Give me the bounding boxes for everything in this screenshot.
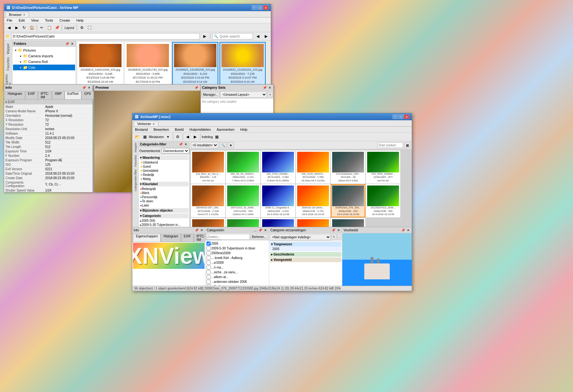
- sw-menu-bewerken[interactable]: Bewerken: [152, 127, 170, 132]
- sw-tb-left[interactable]: ◀: [184, 133, 191, 140]
- expand-camera-roll[interactable]: ▸: [19, 60, 23, 64]
- tab-iptciim[interactable]: IPTC-IIM: [38, 91, 52, 99]
- browser-tab[interactable]: Browser ✕: [5, 12, 29, 17]
- minimize-button[interactable]: ─: [252, 5, 257, 10]
- thumb-item-1[interactable]: 20180818_011051740_iOS.jpg 4032x3024 - 5…: [125, 42, 171, 86]
- cut-button[interactable]: ✂: [38, 24, 45, 31]
- sw-catsets-pin[interactable]: 📌: [331, 228, 336, 232]
- search-input[interactable]: [220, 34, 251, 38]
- sw-cat-cb-siche[interactable]: [206, 270, 211, 274]
- cat-filter-pin[interactable]: 📌: [178, 142, 183, 146]
- sw-cat-cb-2005[interactable]: [206, 242, 211, 246]
- cat-item-matig[interactable]: ★ Matig: [139, 177, 189, 181]
- expand-pictures[interactable]: ▾: [14, 48, 17, 52]
- catsets-close-btn[interactable]: ✕: [268, 85, 272, 90]
- sidebar-favorites-label[interactable]: Favorites: [6, 56, 10, 72]
- sw-preview-close[interactable]: ✕: [406, 228, 410, 232]
- cat-item-te-doen[interactable]: ● Te doen: [139, 199, 189, 203]
- folders-pin-btn[interactable]: 📌: [65, 41, 69, 46]
- sw-cat-cb-kreek[interactable]: [206, 256, 211, 260]
- cat-item-belangrijk[interactable]: ● Belangrijk: [139, 187, 189, 191]
- tab-histogram[interactable]: Histogram: [5, 91, 25, 99]
- sw-tb-right[interactable]: ▶: [192, 133, 199, 140]
- sw-cat-search-input[interactable]: [206, 234, 250, 240]
- sw-sidebar-categories[interactable]: Categorieën-filter: [134, 168, 137, 192]
- sw-cat-more[interactable]: ...: [253, 228, 257, 232]
- cat-item-2005[interactable]: ▸ 2005 (56): [139, 219, 189, 223]
- sw-tb-open[interactable]: 📂: [134, 133, 141, 140]
- cat-item-redelijk[interactable]: ★ Redelijk: [139, 173, 189, 177]
- back-button[interactable]: ◀: [5, 24, 12, 31]
- cat-item-gemiddeld[interactable]: ★ Gemiddeld: [139, 169, 189, 173]
- cat-item-werk[interactable]: ● Werk: [139, 191, 189, 195]
- cat-filter-close[interactable]: ✕: [184, 142, 188, 146]
- tab-exif[interactable]: EXIF: [25, 91, 38, 99]
- results-search-btn[interactable]: 🔍: [220, 142, 227, 148]
- sw-cat-cb-ardennen[interactable]: [206, 280, 211, 284]
- menu-file[interactable]: File: [5, 18, 14, 23]
- menu-help[interactable]: Help: [75, 18, 85, 23]
- r-thumb-8[interactable]: 2008-11_Oeganda-4... 1600x1200 - 4.343 1…: [261, 184, 295, 217]
- sw-menu-help[interactable]: Help: [239, 127, 249, 132]
- expand-cats[interactable]: ▸: [19, 66, 23, 69]
- nav-back-btn[interactable]: ◀: [254, 33, 261, 40]
- fullscreen-button[interactable]: ⛶: [86, 24, 93, 31]
- thumb-item-3[interactable]: 20180823_131502251_iOS.jpg 4032x3024 - 7…: [220, 42, 266, 86]
- refresh-button[interactable]: ↻: [21, 24, 28, 31]
- second-close-btn[interactable]: ✕: [404, 115, 409, 119]
- tree-item-camera-imports[interactable]: ▸ 📁 Camera imports: [13, 53, 75, 59]
- results-view-btn[interactable]: ▦: [404, 142, 410, 148]
- address-input[interactable]: [11, 33, 200, 39]
- thumb-item-0[interactable]: 20180813_144313249_iOS.jpg 4032x3024 - 6…: [77, 42, 123, 86]
- catsets-add-btn[interactable]: +: [268, 92, 273, 97]
- sw-tb-drop[interactable]: ▾: [164, 133, 171, 140]
- results-filter-select[interactable]: <0 resultaten>: [191, 142, 218, 148]
- cat-item-tulpenboom[interactable]: ▸ 2009-5-30 Tulpenboom in...: [139, 223, 189, 227]
- home-button[interactable]: 🏠: [28, 24, 35, 31]
- sw-catsets-minus-btn[interactable]: -: [337, 234, 341, 240]
- r-thumb-9[interactable]: 2009-02-18-16r43... 2848x2136 - 2.791 19…: [296, 184, 330, 217]
- menu-tools[interactable]: Tools: [44, 18, 54, 23]
- sw-info-pin[interactable]: 📌: [194, 228, 199, 232]
- maximize-button[interactable]: □: [257, 5, 262, 10]
- r-thumb-0[interactable]: 1cd_fleur_an_het_k... 600x551 - 119 mm f…: [191, 150, 225, 184]
- sw-cat-cb-2009e[interactable]: [206, 261, 211, 265]
- sw-catsets-layout-select[interactable]: <Niet opgeslagen Indeling>: [270, 234, 331, 240]
- cat-item-goed[interactable]: ★ Goed: [139, 164, 189, 169]
- cat-item-uitstekend[interactable]: ★ Uitstekend: [139, 160, 189, 164]
- r-thumb-3[interactable]: 100_4129_200974... 3072x2048 - 1.550 19.…: [296, 150, 330, 184]
- r-thumb-12[interactable]: 363_Zonsonderg... 2456x2304 - 2.415 21-9…: [191, 218, 225, 227]
- sw-menu-beeld[interactable]: Beeld: [173, 127, 185, 132]
- sw-preview-pin[interactable]: 📌: [401, 228, 405, 232]
- sw-cat-pin[interactable]: 📌: [258, 228, 262, 232]
- paste-button[interactable]: 📌: [53, 24, 60, 31]
- menu-edit[interactable]: Edit: [17, 18, 26, 23]
- r-thumb-4[interactable]: 119-huiskamer_200... 267x400 - 39 18mm f…: [331, 150, 365, 184]
- forward-button[interactable]: ▶: [13, 24, 20, 31]
- sw-cat-cb-rima[interactable]: [206, 265, 211, 270]
- tab-exiftool[interactable]: ExifTool: [65, 91, 81, 99]
- tab-gps[interactable]: GPS: [81, 91, 94, 99]
- r-thumb-16[interactable]: Afbeelding_063_... 3072x2304 - 3.652 31-…: [331, 218, 365, 227]
- results-quick-search[interactable]: [378, 142, 403, 148]
- sw-tb-miniatures[interactable]: ▦: [141, 133, 148, 140]
- sw-cat-cb-2009mei[interactable]: [206, 251, 211, 255]
- browser-tab-close[interactable]: ✕: [23, 13, 25, 17]
- sw-tb-filter[interactable]: ⚙: [174, 133, 181, 140]
- copy-button[interactable]: 📋: [46, 24, 53, 31]
- tree-item-pictures[interactable]: ▾ 📁 Pictures: [13, 47, 75, 53]
- second-minimize-btn[interactable]: ─: [393, 115, 398, 119]
- sw-info-close[interactable]: ✕: [199, 228, 204, 232]
- cat-item-persoonlijk[interactable]: ● Persoonlijk: [139, 195, 189, 199]
- sw-catsets-add-btn[interactable]: +: [332, 234, 337, 240]
- tree-item-camera-roll[interactable]: ▸ 📁 Camera Roll: [13, 59, 75, 65]
- r-thumb-1[interactable]: 092_92_00_200972... 2560x1920 - 2.131 7.…: [226, 150, 260, 184]
- sw-menu-bestand[interactable]: Bestand: [134, 127, 149, 132]
- verkener-tab[interactable]: Verkener ✕: [134, 121, 158, 126]
- r-thumb-14[interactable]: 6-11-2007 12:00 ... 20-10-2007 12:00: [261, 218, 295, 227]
- r-thumb-6[interactable]: 20040410-007_200... 3072x2048 - 2.348 21…: [191, 184, 225, 217]
- close-button[interactable]: ✕: [263, 5, 268, 10]
- info-pin-btn[interactable]: 📌: [82, 85, 86, 90]
- sw-menu-aanmerken[interactable]: Aanmerken: [215, 127, 236, 132]
- catsets-pin-btn[interactable]: 📌: [262, 85, 267, 90]
